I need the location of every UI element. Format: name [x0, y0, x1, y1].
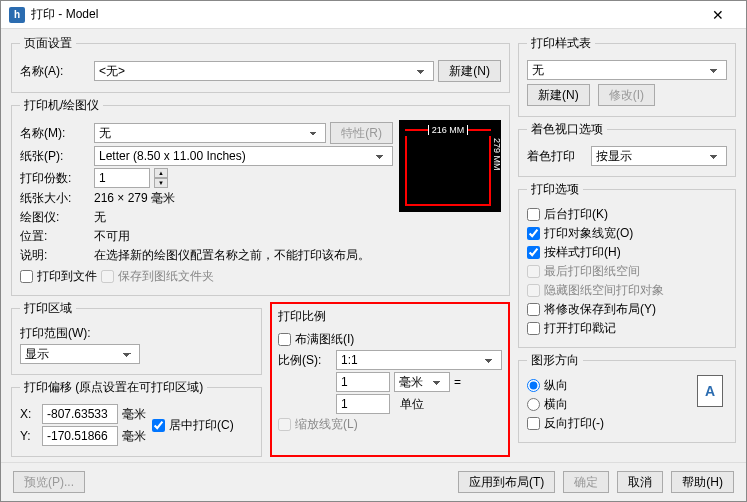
scale-legend: 打印比例 — [278, 308, 502, 325]
range-label: 打印范围(W): — [20, 325, 91, 342]
save-folder-checkbox: 保存到图纸文件夹 — [101, 268, 214, 285]
styles-new-button[interactable]: 新建(N) — [527, 84, 590, 106]
preview-width: 216 MM — [428, 125, 469, 135]
orient-group: 图形方向 纵向 横向 反向打印(-) A — [518, 352, 736, 443]
page-name-label: 名称(A): — [20, 63, 90, 80]
paper-last-checkbox: 最后打印图纸空间 — [527, 263, 640, 280]
plotter-value: 无 — [94, 209, 106, 226]
page-name-select[interactable]: <无> — [94, 61, 434, 81]
printer-props-button[interactable]: 特性(R) — [330, 122, 393, 144]
style-checkbox[interactable]: 按样式打印(H) — [527, 244, 621, 261]
area-legend: 打印区域 — [20, 300, 76, 317]
content: 页面设置 名称(A): <无> 新建(N) 打印机/绘图仪 名称(M): 无 特… — [1, 29, 746, 462]
help-button[interactable]: 帮助(H) — [671, 471, 734, 493]
page-setup-legend: 页面设置 — [20, 35, 76, 52]
app-icon: h — [9, 7, 25, 23]
y-input[interactable] — [42, 426, 118, 446]
paper-label: 纸张(P): — [20, 148, 90, 165]
bg-checkbox[interactable]: 后台打印(K) — [527, 206, 608, 223]
size-value: 216 × 279 毫米 — [94, 190, 175, 207]
styles-group: 打印样式表 无 新建(N) 修改(I) — [518, 35, 736, 117]
y-unit: 毫米 — [122, 428, 146, 445]
y-label: Y: — [20, 429, 38, 443]
titlebar: h 打印 - Model ✕ — [1, 1, 746, 29]
x-input[interactable] — [42, 404, 118, 424]
ratio-select[interactable]: 1:1 — [336, 350, 502, 370]
scale-num1-input[interactable] — [336, 372, 390, 392]
desc-label: 说明: — [20, 247, 90, 264]
apply-button[interactable]: 应用到布局(T) — [458, 471, 555, 493]
scale-lw-checkbox: 缩放线宽(L) — [278, 416, 358, 433]
window-title: 打印 - Model — [31, 6, 698, 23]
cancel-button[interactable]: 取消 — [617, 471, 663, 493]
range-select[interactable]: 显示 — [20, 344, 140, 364]
printer-name-label: 名称(M): — [20, 125, 90, 142]
scale-num2-input[interactable] — [336, 394, 390, 414]
ok-button[interactable]: 确定 — [563, 471, 609, 493]
desc-value: 在选择新的绘图仪配置名称之前，不能打印该布局。 — [94, 247, 393, 264]
orient-legend: 图形方向 — [527, 352, 583, 369]
preview-button[interactable]: 预览(P)... — [13, 471, 85, 493]
page-setup-group: 页面设置 名称(A): <无> 新建(N) — [11, 35, 510, 93]
orient-icon: A — [697, 375, 723, 407]
scale-unit1-select[interactable]: 毫米 — [394, 372, 450, 392]
close-icon[interactable]: ✕ — [698, 7, 738, 23]
preview-height: 279 MM — [492, 136, 502, 173]
area-group: 打印区域 打印范围(W): 显示 — [11, 300, 262, 375]
printer-legend: 打印机/绘图仪 — [20, 97, 103, 114]
shade-select[interactable]: 按显示 — [591, 146, 727, 166]
shade-label: 着色打印 — [527, 148, 587, 165]
scale-group-highlighted: 打印比例 布满图纸(I) 比例(S):1:1 毫米= 单位 缩放线宽(L) — [270, 302, 510, 457]
offset-group: 打印偏移 (原点设置在可打印区域) X:毫米 Y:毫米 居中打印(C) — [11, 379, 262, 457]
location-value: 不可用 — [94, 228, 130, 245]
fit-checkbox[interactable]: 布满图纸(I) — [278, 331, 354, 348]
print-to-file-checkbox[interactable]: 打印到文件 — [20, 268, 97, 285]
paper-preview: 216 MM 279 MM — [399, 120, 501, 212]
viewport-legend: 着色视口选项 — [527, 121, 607, 138]
x-label: X: — [20, 407, 38, 421]
button-row: 预览(P)... 应用到布局(T) 确定 取消 帮助(H) — [1, 462, 746, 501]
plotter-label: 绘图仪: — [20, 209, 90, 226]
unit2-label: 单位 — [400, 396, 424, 413]
save-checkbox[interactable]: 将修改保存到布局(Y) — [527, 301, 656, 318]
landscape-radio[interactable]: 横向 — [527, 396, 568, 413]
ratio-label: 比例(S): — [278, 352, 332, 369]
page-new-button[interactable]: 新建(N) — [438, 60, 501, 82]
reverse-checkbox[interactable]: 反向打印(-) — [527, 415, 604, 432]
styles-edit-button[interactable]: 修改(I) — [598, 84, 655, 106]
copies-input[interactable] — [94, 168, 150, 188]
center-checkbox[interactable]: 居中打印(C) — [152, 417, 234, 434]
location-label: 位置: — [20, 228, 90, 245]
styles-legend: 打印样式表 — [527, 35, 595, 52]
viewport-group: 着色视口选项 着色打印按显示 — [518, 121, 736, 177]
styles-select[interactable]: 无 — [527, 60, 727, 80]
paper-select[interactable]: Letter (8.50 x 11.00 Inches) — [94, 146, 393, 166]
print-dialog: h 打印 - Model ✕ 页面设置 名称(A): <无> 新建(N) 打印机… — [0, 0, 747, 502]
copies-spinner[interactable]: ▲▼ — [154, 168, 168, 188]
hide-checkbox: 隐藏图纸空间打印对象 — [527, 282, 664, 299]
portrait-radio[interactable]: 纵向 — [527, 377, 568, 394]
copies-label: 打印份数: — [20, 170, 90, 187]
x-unit: 毫米 — [122, 406, 146, 423]
lw-checkbox[interactable]: 打印对象线宽(O) — [527, 225, 633, 242]
printer-group: 打印机/绘图仪 名称(M): 无 特性(R) 纸张(P): Letter (8.… — [11, 97, 510, 296]
printer-name-select[interactable]: 无 — [94, 123, 326, 143]
eq-label: = — [454, 375, 461, 389]
options-legend: 打印选项 — [527, 181, 583, 198]
options-group: 打印选项 后台打印(K) 打印对象线宽(O) 按样式打印(H) 最后打印图纸空间… — [518, 181, 736, 348]
stamp-checkbox[interactable]: 打开打印戳记 — [527, 320, 616, 337]
offset-legend: 打印偏移 (原点设置在可打印区域) — [20, 379, 207, 396]
size-label: 纸张大小: — [20, 190, 90, 207]
